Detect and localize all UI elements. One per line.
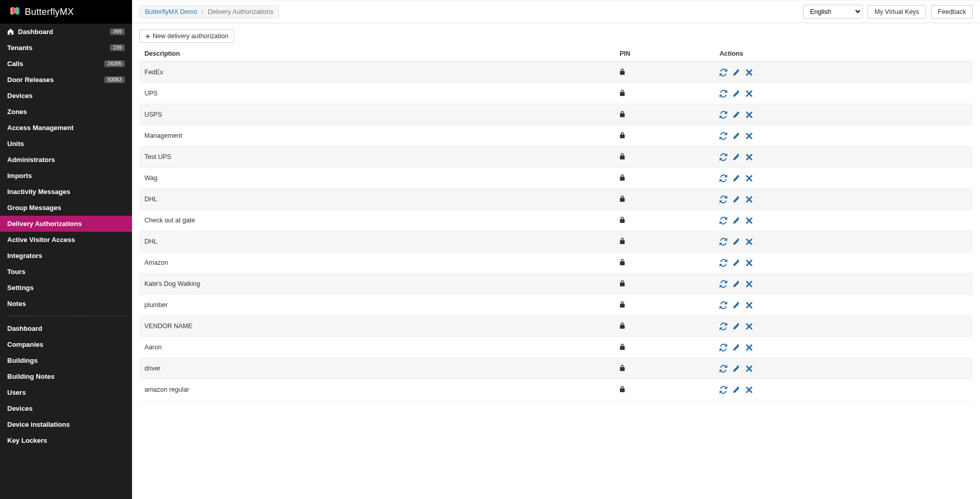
edit-icon[interactable] (732, 111, 740, 119)
sidebar-item-access-management[interactable]: Access Management (0, 120, 132, 136)
sidebar-item-devices[interactable]: Devices (0, 88, 132, 104)
delete-icon[interactable] (745, 196, 753, 203)
delete-icon[interactable] (745, 217, 753, 224)
sidebar-item-delivery-authorizations[interactable]: Delivery Authorizations (0, 216, 132, 232)
plus-icon (145, 34, 151, 39)
sidebar-item-dashboard[interactable]: Dashboard (0, 320, 132, 336)
refresh-icon[interactable] (720, 90, 727, 98)
lock-icon (619, 195, 625, 202)
sidebar-item-tenants[interactable]: Tenants239 (0, 40, 132, 56)
edit-icon[interactable] (732, 280, 740, 288)
col-header-actions: Actions (714, 46, 973, 62)
edit-icon[interactable] (732, 90, 740, 98)
sidebar-item-imports[interactable]: Imports (0, 168, 132, 184)
edit-icon[interactable] (732, 386, 740, 394)
refresh-icon[interactable] (720, 323, 727, 330)
refresh-icon[interactable] (720, 301, 727, 309)
brand-logo[interactable]: ButterflyMX (0, 0, 132, 24)
refresh-icon[interactable] (720, 259, 727, 267)
delete-icon[interactable] (745, 153, 753, 161)
sidebar-item-group-messages[interactable]: Group Messages (0, 200, 132, 216)
refresh-icon[interactable] (720, 238, 727, 246)
sidebar-item-zones[interactable]: Zones (0, 104, 132, 120)
feedback-button[interactable]: Feedback (931, 5, 973, 19)
main-content: ButterflyMX Demo / Delivery Authorizatio… (132, 0, 980, 499)
delete-icon[interactable] (745, 90, 753, 98)
edit-icon[interactable] (732, 301, 740, 309)
cell-pin (614, 189, 714, 210)
delete-icon[interactable] (745, 174, 753, 182)
delete-icon[interactable] (745, 259, 753, 267)
virtual-keys-button[interactable]: My Virtual Keys (868, 5, 926, 19)
sidebar-item-notes[interactable]: Notes (0, 296, 132, 312)
sidebar-item-active-visitor-access[interactable]: Active Visitor Access (0, 232, 132, 248)
edit-icon[interactable] (732, 69, 740, 76)
sidebar-item-administrators[interactable]: Administrators (0, 152, 132, 168)
delete-icon[interactable] (745, 344, 753, 351)
edit-icon[interactable] (732, 174, 740, 182)
col-header-pin[interactable]: PIN (614, 46, 714, 62)
delete-icon[interactable] (745, 301, 753, 309)
edit-icon[interactable] (732, 344, 740, 351)
refresh-icon[interactable] (720, 111, 727, 119)
refresh-icon[interactable] (720, 217, 727, 224)
refresh-icon[interactable] (720, 280, 727, 288)
delete-icon[interactable] (745, 386, 753, 394)
sidebar-item-integrators[interactable]: Integrators (0, 248, 132, 264)
sidebar-item-inactivity-messages[interactable]: Inactivity Messages (0, 184, 132, 200)
sidebar-item-label: Active Visitor Access (7, 236, 75, 244)
sidebar-item-buildings[interactable]: Buildings (0, 352, 132, 368)
delete-icon[interactable] (745, 69, 753, 76)
delete-icon[interactable] (745, 280, 753, 288)
sidebar-item-devices[interactable]: Devices (0, 400, 132, 416)
lock-icon (619, 174, 625, 181)
sidebar-item-device-installations[interactable]: Device installations (0, 416, 132, 432)
edit-icon[interactable] (732, 259, 740, 267)
sidebar-item-users[interactable]: Users (0, 384, 132, 400)
edit-icon[interactable] (732, 132, 740, 140)
breadcrumb-root[interactable]: ButterflyMX Demo (145, 8, 197, 15)
col-header-description[interactable]: Description (139, 46, 614, 62)
delete-icon[interactable] (745, 365, 753, 373)
table-row: Kate's Dog Walking (139, 273, 973, 295)
cell-pin (614, 295, 714, 316)
sidebar-item-companies[interactable]: Companies (0, 336, 132, 352)
sidebar-item-calls[interactable]: Calls24395 (0, 56, 132, 72)
edit-icon[interactable] (732, 153, 740, 161)
butterfly-icon (9, 6, 21, 18)
lock-icon (619, 385, 625, 392)
edit-icon[interactable] (732, 196, 740, 203)
sidebar-item-door-releases[interactable]: Door Releases50063 (0, 72, 132, 88)
lock-icon (619, 343, 625, 350)
edit-icon[interactable] (732, 238, 740, 246)
sidebar-item-dashboard[interactable]: Dashboard#89 (0, 24, 132, 40)
sidebar-item-units[interactable]: Units (0, 136, 132, 152)
language-select[interactable]: English (803, 5, 862, 19)
sidebar-item-key-lockers[interactable]: Key Lockers (0, 432, 132, 448)
cell-description: Test UPS (139, 147, 614, 168)
edit-icon[interactable] (732, 365, 740, 373)
sidebar-item-settings[interactable]: Settings (0, 280, 132, 296)
sidebar-item-building-notes[interactable]: Building Notes (0, 368, 132, 384)
cell-description: Aaron (139, 337, 614, 358)
refresh-icon[interactable] (720, 153, 727, 161)
sidebar-item-label: Delivery Authorizations (7, 220, 82, 228)
delete-icon[interactable] (745, 132, 753, 140)
refresh-icon[interactable] (720, 344, 727, 351)
delete-icon[interactable] (745, 111, 753, 119)
refresh-icon[interactable] (720, 69, 727, 76)
delete-icon[interactable] (745, 238, 753, 246)
new-delivery-label: New delivery authorization (153, 33, 228, 40)
edit-icon[interactable] (732, 217, 740, 224)
new-delivery-authorization-button[interactable]: New delivery authorization (139, 29, 234, 43)
table-row: Amazon (139, 252, 973, 273)
delete-icon[interactable] (745, 323, 753, 330)
refresh-icon[interactable] (720, 174, 727, 182)
refresh-icon[interactable] (720, 196, 727, 203)
refresh-icon[interactable] (720, 132, 727, 140)
refresh-icon[interactable] (720, 386, 727, 394)
cell-description: USPS (139, 104, 614, 125)
sidebar-item-tours[interactable]: Tours (0, 264, 132, 280)
edit-icon[interactable] (732, 323, 740, 330)
refresh-icon[interactable] (720, 365, 727, 373)
